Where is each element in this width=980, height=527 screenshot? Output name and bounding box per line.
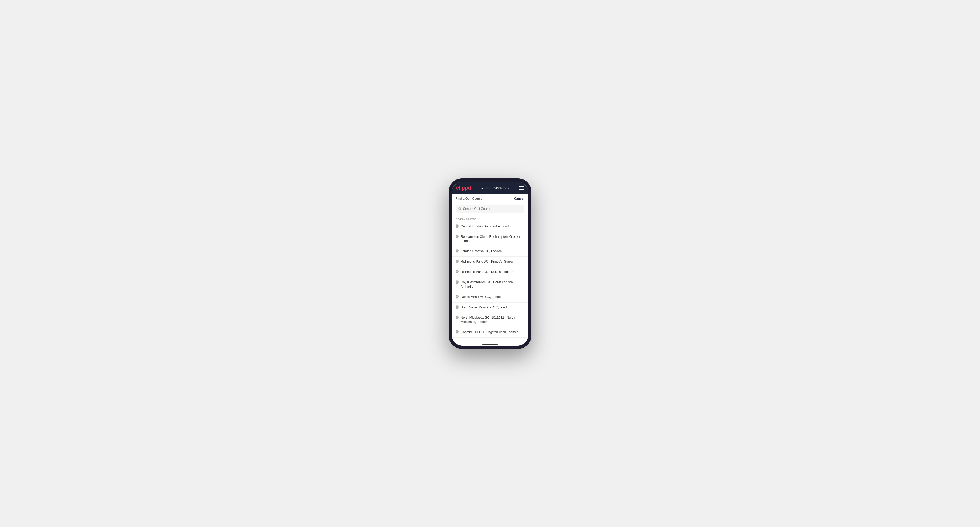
course-name: Central London Golf Centre, London [461, 224, 512, 229]
location-pin-icon [456, 316, 458, 321]
search-input-wrapper [456, 205, 524, 213]
course-name: North Middlesex GC (1011942 - North Midd… [461, 316, 524, 325]
cancel-button[interactable]: Cancel [514, 197, 524, 200]
menu-icon[interactable] [519, 186, 524, 190]
search-input[interactable] [463, 207, 522, 211]
location-pin-icon [456, 305, 458, 310]
nearby-section: Nearby courses Central London Golf Centr… [452, 215, 528, 341]
course-item[interactable]: Coombe Hill GC, Kingston upon Thames [452, 327, 528, 338]
course-item[interactable]: Brent Valley Municipal GC, London [452, 303, 528, 313]
find-bar: Find a Golf Course Cancel [452, 194, 528, 203]
nearby-label: Nearby courses [452, 215, 528, 222]
location-pin-icon [456, 260, 458, 264]
location-pin-icon [456, 280, 458, 285]
course-name: Brent Valley Municipal GC, London [461, 305, 510, 310]
app-header: clippd Recent Searches [452, 182, 528, 194]
course-name: Richmond Park GC - Prince's, Surrey [461, 259, 514, 264]
course-item[interactable]: London Scottish GC, London [452, 246, 528, 257]
course-item[interactable]: North Middlesex GC (1011942 - North Midd… [452, 313, 528, 327]
location-pin-icon [456, 249, 458, 254]
location-pin-icon [456, 330, 458, 335]
course-item[interactable]: Dukes Meadows GC, London [452, 292, 528, 303]
course-item[interactable]: Royal Wimbledon GC, Great London Authori… [452, 278, 528, 292]
find-label: Find a Golf Course [456, 197, 482, 200]
course-item[interactable]: Roehampton Club - Roehampton, Greater Lo… [452, 232, 528, 247]
search-icon [458, 207, 461, 210]
course-name: Richmond Park GC - Duke's, London [461, 270, 513, 274]
phone-screen: clippd Recent Searches Find a Golf Cours… [452, 182, 528, 346]
home-bar [482, 343, 498, 344]
location-pin-icon [456, 235, 458, 240]
header-title: Recent Searches [480, 186, 509, 190]
location-pin-icon [456, 270, 458, 275]
course-list: Central London Golf Centre, London Roeha… [452, 222, 528, 338]
search-container [452, 203, 528, 215]
course-item[interactable]: Richmond Park GC - Duke's, London [452, 267, 528, 278]
course-name: Coombe Hill GC, Kingston upon Thames [461, 330, 519, 335]
course-name: Roehampton Club - Roehampton, Greater Lo… [461, 235, 524, 244]
course-item[interactable]: Central London Golf Centre, London [452, 222, 528, 232]
course-name: London Scottish GC, London [461, 249, 502, 254]
home-indicator [452, 341, 528, 346]
location-pin-icon [456, 224, 458, 229]
app-logo: clippd [456, 185, 471, 191]
phone-frame: clippd Recent Searches Find a Golf Cours… [449, 178, 531, 349]
course-item[interactable]: Richmond Park GC - Prince's, Surrey [452, 257, 528, 267]
location-pin-icon [456, 295, 458, 300]
course-name: Royal Wimbledon GC, Great London Authori… [461, 280, 524, 289]
svg-line-1 [460, 209, 461, 210]
course-name: Dukes Meadows GC, London [461, 295, 503, 299]
